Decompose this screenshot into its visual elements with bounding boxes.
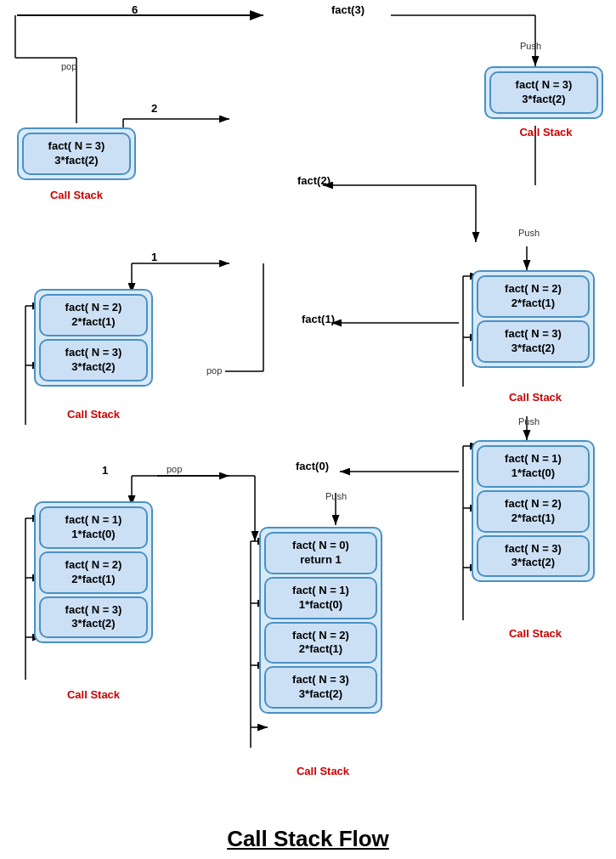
- label-6: 6: [132, 3, 138, 16]
- call-stack-label-bc: Call Stack: [263, 765, 382, 777]
- stack-box-bc3: fact( N = 2)2*fact(1): [264, 622, 377, 664]
- stack-box-bl2: fact( N = 2)2*fact(1): [39, 551, 148, 594]
- label-fact2: fact(2): [297, 174, 331, 187]
- call-stack-label-mr: Call Stack: [476, 391, 595, 404]
- stack-box-br3: fact( N = 3)3*fact(2): [477, 535, 590, 578]
- stack-bot-left: fact( N = 1)1*fact(0) fact( N = 2)2*fact…: [34, 501, 153, 643]
- label-fact3: fact(3): [331, 3, 365, 16]
- call-stack-label-br: Call Stack: [476, 627, 595, 640]
- label-push1: Push: [520, 41, 541, 51]
- stack-box-ml2: fact( N = 3)3*fact(2): [39, 339, 148, 381]
- stack-box-bl1: fact( N = 1)1*fact(0): [39, 506, 148, 549]
- label-2: 2: [151, 102, 157, 115]
- call-stack-label-bl: Call Stack: [34, 688, 153, 701]
- label-pop1: pop: [61, 61, 76, 71]
- stack-mid-left: fact( N = 2)2*fact(1) fact( N = 3)3*fact…: [34, 289, 153, 387]
- stack-box-bc2: fact( N = 1)1*fact(0): [264, 577, 377, 619]
- stack-bot-right: fact( N = 1)1*fact(0) fact( N = 2)2*fact…: [472, 440, 595, 582]
- stack-box-ml1: fact( N = 2)2*fact(1): [39, 294, 148, 336]
- stack-bot-center: fact( N = 0)return 1 fact( N = 1)1*fact(…: [259, 527, 382, 714]
- label-push3: Push: [518, 416, 540, 427]
- label-1a: 1: [151, 251, 157, 263]
- label-pop2: pop: [206, 365, 222, 376]
- stack-box-bl3: fact( N = 3)3*fact(2): [39, 596, 148, 639]
- stack-box-mr2: fact( N = 3)3*fact(2): [477, 320, 590, 363]
- stack-box-br1: fact( N = 1)1*fact(0): [477, 445, 590, 488]
- stack-box-br2: fact( N = 2)2*fact(1): [477, 490, 590, 533]
- label-pop3: pop: [167, 464, 182, 474]
- stack-box-bc4: fact( N = 3)3*fact(2): [264, 666, 377, 709]
- label-fact0: fact(0): [296, 460, 329, 472]
- stack-top-left: fact( N = 3)3*fact(2): [17, 127, 136, 180]
- call-stack-label-tr: Call Stack: [489, 126, 603, 138]
- call-stack-label-ml: Call Stack: [34, 408, 153, 421]
- label-1b: 1: [102, 464, 108, 477]
- page-title: Call Stack Flow: [0, 826, 616, 852]
- label-push4: Push: [325, 491, 347, 501]
- stack-mid-right: fact( N = 2)2*fact(1) fact( N = 3)3*fact…: [472, 270, 595, 368]
- label-push2: Push: [518, 228, 540, 238]
- call-stack-label-tl: Call Stack: [17, 189, 136, 201]
- stack-box-tr1: fact( N = 3)3*fact(2): [489, 71, 598, 114]
- label-fact1: fact(1): [302, 313, 335, 325]
- stack-box-tl1: fact( N = 3)3*fact(2): [22, 133, 131, 175]
- stack-box-bc1: fact( N = 0)return 1: [264, 532, 377, 574]
- stack-top-right: fact( N = 3)3*fact(2): [484, 66, 603, 119]
- stack-box-mr1: fact( N = 2)2*fact(1): [477, 275, 590, 318]
